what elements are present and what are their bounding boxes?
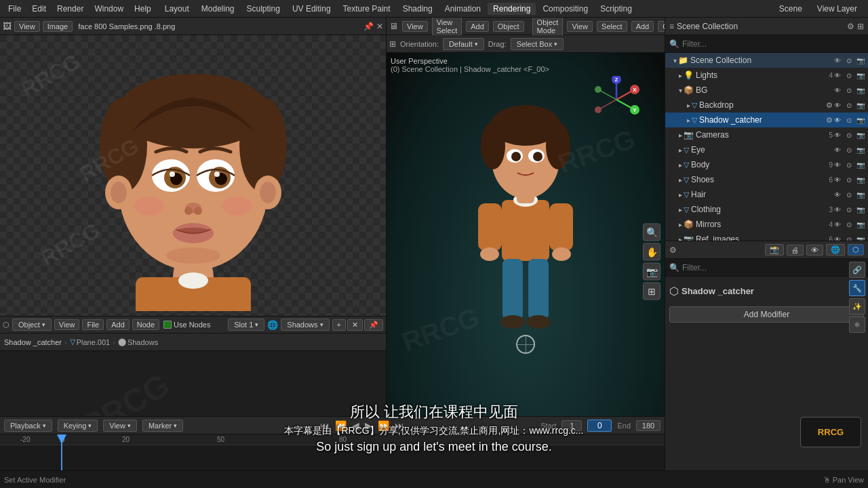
outliner-row-backdrop[interactable]: ▸ ▽ Backdrop ⚙ 👁 ⊙ 📷 [665, 98, 868, 113]
shoes-vis-render[interactable]: 📷 [856, 175, 865, 184]
hair-vis-select[interactable]: ⊙ [844, 190, 854, 199]
mirrors-vis-render[interactable]: 📷 [856, 220, 865, 229]
outliner-options-btn[interactable]: ⊞ [857, 22, 864, 31]
refimages-vis-eye[interactable]: 👁 [833, 235, 842, 241]
outliner-row-shadow-catcher[interactable]: ▸ ▽ Shadow _catcher ⚙ 👁 ⊙ 📷 [665, 113, 868, 127]
tab-texture-paint[interactable]: Texture Paint [338, 3, 396, 15]
node-add-menu[interactable]: Add [106, 319, 130, 330]
outliner-row-clothing[interactable]: ▸ ▽ Clothing 3 👁 ⊙ 📷 [665, 202, 868, 217]
outliner-filter-btn[interactable]: ⚙ [847, 22, 854, 31]
timeline-view-dropdown[interactable]: View [103, 420, 137, 432]
image-pin-btn[interactable]: 📌 [363, 22, 374, 31]
hair-vis-render[interactable]: 📷 [856, 190, 865, 199]
body-vis-select[interactable]: ⊙ [844, 160, 854, 169]
jump-end-btn[interactable]: ⏭ [395, 420, 404, 431]
vp-select-menu[interactable]: View Select [432, 18, 462, 36]
refimages-vis-select[interactable]: ⊙ [844, 235, 854, 241]
node-view-menu[interactable]: View [54, 319, 80, 330]
playback-dropdown[interactable]: Playback [4, 420, 52, 432]
outliner-row-bg[interactable]: ▾ 📦 BG 👁 ⊙ 📷 [665, 83, 868, 98]
step-forward-btn[interactable]: ⏩ [378, 420, 389, 431]
vis-select[interactable]: ⊙ [844, 56, 854, 65]
outliner-row-shoes[interactable]: ▸ ▽ Shoes 6 👁 ⊙ 📷 [665, 172, 868, 187]
particles-icon-btn[interactable]: ✨ [849, 298, 865, 314]
outliner-row-ref-images[interactable]: ▸ 📷 Ref_images 6 👁 ⊙ 📷 [665, 232, 868, 241]
play-btn[interactable]: ▶ [365, 420, 372, 431]
use-nodes-toggle[interactable]: Use Nodes [163, 321, 210, 329]
clothing-vis-select[interactable]: ⊙ [844, 205, 854, 214]
step-back-btn[interactable]: ⏪ [335, 420, 347, 431]
tab-sculpting[interactable]: Sculpting [241, 3, 285, 15]
vis-render[interactable]: 📷 [856, 56, 865, 65]
view-layer-selector[interactable]: View Layer [812, 3, 863, 15]
clothing-vis-eye[interactable]: 👁 [833, 205, 842, 214]
vp-object-btn[interactable]: Object [658, 21, 665, 32]
shoes-vis-select[interactable]: ⊙ [844, 175, 854, 184]
camera-tool[interactable]: 📷 [643, 263, 660, 281]
jump-start-btn[interactable]: ⏮ [320, 420, 330, 431]
menu-render[interactable]: Render [52, 3, 89, 15]
render-props-btn[interactable]: 📸 [765, 244, 784, 256]
end-frame-field[interactable]: 180 [636, 420, 660, 431]
breadcrumb-object[interactable]: Shadow _catcher [4, 338, 62, 346]
output-props-btn[interactable]: 🖨 [787, 245, 804, 256]
breadcrumb-mesh[interactable]: ▽ Plane.001 [70, 338, 111, 346]
outliner-row-hair[interactable]: ▸ ▽ Hair 👁 ⊙ 📷 [665, 187, 868, 202]
eye-vis-render[interactable]: 📷 [856, 145, 865, 155]
eye-vis-select[interactable]: ⊙ [844, 145, 854, 155]
play-back-btn[interactable]: ◀ [352, 420, 359, 431]
object-props-btn[interactable]: ⬡ [848, 244, 864, 256]
outliner-row-scene-collection[interactable]: ▾ 📁 Scene Collection 👁 ⊙ 📷 [665, 53, 868, 68]
tab-rendering[interactable]: Rendering [488, 3, 536, 15]
cameras-vis-select[interactable]: ⊙ [844, 130, 854, 140]
shadow-vis-eye[interactable]: 👁 [833, 115, 842, 125]
mirrors-vis-select[interactable]: ⊙ [844, 220, 854, 229]
tab-compositing[interactable]: Compositing [537, 3, 593, 15]
add-modifier-button[interactable]: Add Modifier [669, 306, 864, 323]
menu-edit[interactable]: Edit [26, 3, 52, 15]
node-node-menu[interactable]: Node [132, 319, 159, 330]
mirrors-vis-eye[interactable]: 👁 [833, 220, 842, 229]
backdrop-vis-eye[interactable]: 👁 [833, 100, 842, 110]
menu-file[interactable]: File [3, 3, 26, 15]
image-menu[interactable]: Image [43, 21, 73, 32]
current-frame-field[interactable]: 0 [587, 420, 612, 432]
slot-dropdown[interactable]: Slot 1 [228, 319, 264, 331]
tab-layout[interactable]: Layout [159, 3, 195, 15]
lights-vis-render[interactable]: 📷 [856, 70, 865, 80]
outliner-row-cameras[interactable]: ▸ 📷 Cameras 5 👁 ⊙ 📷 [665, 127, 868, 142]
cameras-vis-eye[interactable]: 👁 [833, 130, 842, 140]
lights-vis-eye[interactable]: 👁 [833, 70, 842, 80]
hair-vis-eye[interactable]: 👁 [833, 190, 842, 199]
physics-icon-btn[interactable]: ⚛ [849, 317, 865, 333]
tab-scripting[interactable]: Scripting [595, 3, 637, 15]
view-layer-props-btn[interactable]: 👁 [806, 245, 823, 256]
outliner-row-mirrors[interactable]: ▸ 📦 Mirrors 4 👁 ⊙ 📷 [665, 217, 868, 232]
outliner-row-eye[interactable]: ▸ ▽ Eye 👁 ⊙ 📷 [665, 142, 868, 157]
modifier-icon-btn[interactable]: 🔧 [849, 280, 865, 296]
tab-animation[interactable]: Animation [439, 3, 486, 15]
eye-vis-eye[interactable]: 👁 [833, 145, 842, 155]
backdrop-vis-select[interactable]: ⊙ [844, 100, 854, 110]
clothing-vis-render[interactable]: 📷 [856, 205, 865, 214]
pin-mat-btn[interactable]: 📌 [364, 319, 383, 331]
backdrop-vis-render[interactable]: 📷 [856, 100, 865, 110]
bg-vis-render[interactable]: 📷 [856, 85, 865, 95]
pan-tool[interactable]: ✋ [643, 243, 660, 261]
body-vis-render[interactable]: 📷 [856, 160, 865, 169]
vp-add-btn[interactable]: Add [631, 21, 654, 32]
shadow-vis-select[interactable]: ⊙ [844, 115, 854, 125]
vp-view-btn[interactable]: View [567, 21, 593, 32]
material-dropdown[interactable]: Shadows [281, 319, 329, 331]
constraint-icon-btn[interactable]: 🔗 [849, 277, 865, 278]
scene-props-btn[interactable]: 🌐 [826, 244, 845, 256]
menu-window[interactable]: Window [89, 3, 129, 15]
select-box-dropdown[interactable]: Select Box [511, 38, 564, 50]
tab-modeling[interactable]: Modeling [196, 3, 240, 15]
tab-shading[interactable]: Shading [397, 3, 438, 15]
orientation-dropdown[interactable]: Default [443, 38, 484, 50]
vp-object-menu[interactable]: Object [493, 21, 524, 32]
del-mat-btn[interactable]: ✕ [347, 319, 363, 331]
grid-tool[interactable]: ⊞ [643, 283, 660, 300]
properties-search-input[interactable] [682, 263, 864, 272]
